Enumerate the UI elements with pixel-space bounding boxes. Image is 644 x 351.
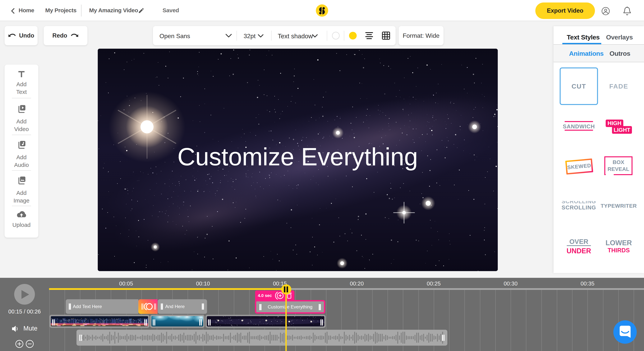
- svg-text:Customize Everything: Customize Everything: [178, 143, 418, 171]
